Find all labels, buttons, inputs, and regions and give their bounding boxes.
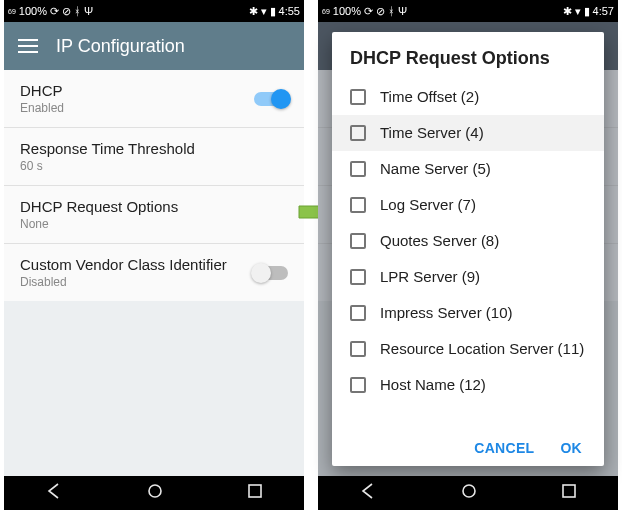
battery-icon: ▮ bbox=[584, 5, 590, 18]
bluetooth-icon-small: ᚼ bbox=[388, 5, 395, 17]
battery-icon: ▮ bbox=[270, 5, 276, 18]
nav-back-icon[interactable] bbox=[359, 482, 377, 504]
usb-icon: Ψ bbox=[84, 5, 93, 17]
status-bar: 69 100% ⟳ ⊘ ᚼ Ψ ✱ ▾ ▮ 4:57 bbox=[318, 0, 618, 22]
empty-area bbox=[4, 301, 304, 476]
wifi-icon: ▾ bbox=[575, 5, 581, 18]
row-vendor-title: Custom Vendor Class Identifier bbox=[20, 256, 227, 273]
signal-strength: 69 bbox=[322, 8, 330, 15]
nav-recent-icon[interactable] bbox=[561, 483, 577, 503]
status-right: ✱ ▾ ▮ 4:55 bbox=[249, 5, 300, 18]
option-quotes-server[interactable]: Quotes Server (8) bbox=[332, 223, 604, 259]
status-left: 69 100% ⟳ ⊘ ᚼ Ψ bbox=[8, 5, 93, 18]
row-reqopts-title: DHCP Request Options bbox=[20, 198, 178, 215]
status-right: ✱ ▾ ▮ 4:57 bbox=[563, 5, 614, 18]
checkbox-icon[interactable] bbox=[350, 161, 366, 177]
wifi-icon: ▾ bbox=[261, 5, 267, 18]
svg-rect-3 bbox=[563, 485, 575, 497]
sync-icon: ⟳ bbox=[50, 5, 59, 18]
dialog-option-list: Time Offset (2) Time Server (4) Name Ser… bbox=[332, 79, 604, 432]
row-vendor-sub: Disabled bbox=[20, 275, 227, 289]
signal-strength: 69 bbox=[8, 8, 16, 15]
status-time: 4:55 bbox=[279, 5, 300, 17]
screen-dhcp-options-dialog: 69 100% ⟳ ⊘ ᚼ Ψ ✱ ▾ ▮ 4:57 DE R6 DN CD D… bbox=[318, 0, 618, 510]
bluetooth-icon: ✱ bbox=[563, 5, 572, 18]
svg-point-0 bbox=[149, 485, 161, 497]
dialog-title: DHCP Request Options bbox=[332, 32, 604, 79]
row-reqopts-sub: None bbox=[20, 217, 178, 231]
page-title: IP Configuration bbox=[56, 36, 185, 57]
vendor-toggle[interactable] bbox=[254, 266, 288, 280]
checkbox-icon[interactable] bbox=[350, 341, 366, 357]
bluetooth-icon: ✱ bbox=[249, 5, 258, 18]
dialog-actions: CANCEL OK bbox=[332, 432, 604, 466]
option-host-name[interactable]: Host Name (12) bbox=[332, 367, 604, 403]
option-impress-server[interactable]: Impress Server (10) bbox=[332, 295, 604, 331]
app-header: IP Configuration bbox=[4, 22, 304, 70]
status-bar: 69 100% ⟳ ⊘ ᚼ Ψ ✱ ▾ ▮ 4:55 bbox=[4, 0, 304, 22]
checkbox-icon[interactable] bbox=[350, 197, 366, 213]
row-response-time[interactable]: Response Time Threshold 60 s bbox=[4, 127, 304, 185]
row-resp-title: Response Time Threshold bbox=[20, 140, 195, 157]
row-dhcp-title: DHCP bbox=[20, 82, 64, 99]
checkbox-icon[interactable] bbox=[350, 377, 366, 393]
row-dhcp-sub: Enabled bbox=[20, 101, 64, 115]
android-navbar bbox=[318, 476, 618, 510]
svg-point-2 bbox=[463, 485, 475, 497]
option-time-offset[interactable]: Time Offset (2) bbox=[332, 79, 604, 115]
status-pct: 100% bbox=[19, 5, 47, 17]
settings-list: DHCP Enabled Response Time Threshold 60 … bbox=[4, 70, 304, 476]
checkbox-icon[interactable] bbox=[350, 89, 366, 105]
option-lpr-server[interactable]: LPR Server (9) bbox=[332, 259, 604, 295]
cancel-button[interactable]: CANCEL bbox=[474, 440, 534, 456]
row-vendor-class[interactable]: Custom Vendor Class Identifier Disabled bbox=[4, 243, 304, 301]
row-dhcp-request-options[interactable]: DHCP Request Options None bbox=[4, 185, 304, 243]
dhcp-toggle[interactable] bbox=[254, 92, 288, 106]
checkbox-icon[interactable] bbox=[350, 125, 366, 141]
checkbox-icon[interactable] bbox=[350, 305, 366, 321]
sync-icon: ⟳ bbox=[364, 5, 373, 18]
checkbox-icon[interactable] bbox=[350, 269, 366, 285]
checkbox-icon[interactable] bbox=[350, 233, 366, 249]
nav-home-icon[interactable] bbox=[460, 482, 478, 504]
do-not-disturb-icon: ⊘ bbox=[62, 5, 71, 18]
nav-recent-icon[interactable] bbox=[247, 483, 263, 503]
nav-back-icon[interactable] bbox=[45, 482, 63, 504]
status-pct: 100% bbox=[333, 5, 361, 17]
usb-icon: Ψ bbox=[398, 5, 407, 17]
status-time: 4:57 bbox=[593, 5, 614, 17]
menu-icon[interactable] bbox=[18, 39, 38, 53]
screen-ip-config: 69 100% ⟳ ⊘ ᚼ Ψ ✱ ▾ ▮ 4:55 IP Configurat… bbox=[4, 0, 304, 510]
row-resp-sub: 60 s bbox=[20, 159, 195, 173]
row-dhcp[interactable]: DHCP Enabled bbox=[4, 70, 304, 127]
option-resource-location-server[interactable]: Resource Location Server (11) bbox=[332, 331, 604, 367]
do-not-disturb-icon: ⊘ bbox=[376, 5, 385, 18]
option-log-server[interactable]: Log Server (7) bbox=[332, 187, 604, 223]
status-left: 69 100% ⟳ ⊘ ᚼ Ψ bbox=[322, 5, 407, 18]
option-name-server[interactable]: Name Server (5) bbox=[332, 151, 604, 187]
bluetooth-icon-small: ᚼ bbox=[74, 5, 81, 17]
nav-home-icon[interactable] bbox=[146, 482, 164, 504]
svg-rect-1 bbox=[249, 485, 261, 497]
ok-button[interactable]: OK bbox=[560, 440, 582, 456]
option-time-server[interactable]: Time Server (4) bbox=[332, 115, 604, 151]
android-navbar bbox=[4, 476, 304, 510]
dhcp-options-dialog: DHCP Request Options Time Offset (2) Tim… bbox=[332, 32, 604, 466]
